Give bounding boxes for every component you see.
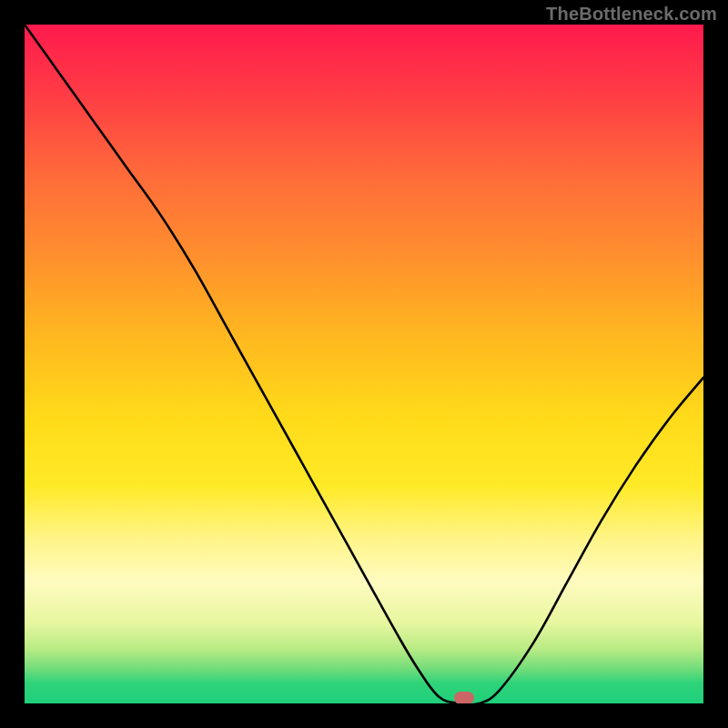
- line-chart: [25, 25, 703, 703]
- watermark-text: TheBottleneck.com: [546, 4, 717, 25]
- plot-area: [25, 25, 703, 703]
- chart-frame: TheBottleneck.com: [0, 0, 728, 728]
- bottleneck-curve: [25, 25, 703, 703]
- current-point-marker: [454, 692, 474, 703]
